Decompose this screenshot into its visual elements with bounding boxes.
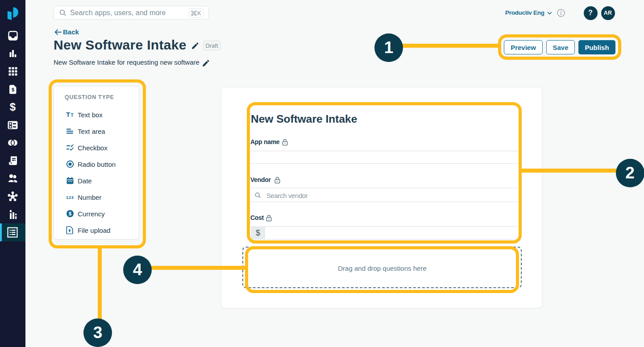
svg-text:$: $: [11, 87, 14, 92]
